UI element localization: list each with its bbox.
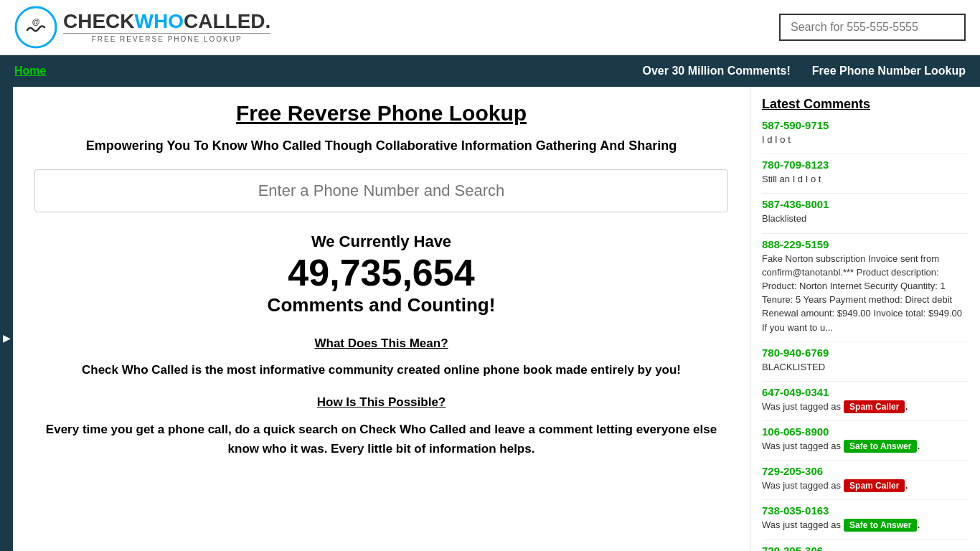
comment-entry: 729-205-306Was just tagged asSafe to Ans… — [762, 545, 969, 551]
comment-text: Was just tagged as — [762, 480, 841, 491]
svg-point-0 — [16, 7, 56, 47]
logo-sub: FREE REVERSE PHONE LOOKUP — [63, 33, 270, 43]
logo-text-area: CHECKWHOCALLED. FREE REVERSE PHONE LOOKU… — [63, 11, 270, 43]
tagline: Empowering You To Know Who Called Though… — [34, 137, 728, 155]
comment-entry: 587-436-8001Blacklisted — [762, 198, 969, 225]
comment-phone[interactable]: 729-205-306 — [762, 545, 969, 551]
comment-text: Was just tagged as — [762, 441, 841, 451]
comment-divider — [762, 193, 969, 194]
svg-text:@: @ — [32, 17, 40, 26]
comment-text: I d I o t — [762, 134, 791, 145]
comment-entry: 729-205-306Was just tagged asSpam Caller… — [762, 465, 969, 492]
comment-phone[interactable]: 647-049-0341 — [762, 386, 969, 398]
header: @ CHECKWHOCALLED. FREE REVERSE PHONE LOO… — [0, 0, 980, 55]
main-layout: ▶ Free Reverse Phone Lookup Empowering Y… — [0, 87, 980, 551]
what-does-link[interactable]: What Does This Mean? — [34, 336, 728, 351]
latest-comments-title: Latest Comments — [762, 97, 969, 112]
comment-text: Still an I d I o t — [762, 174, 821, 184]
left-arrow[interactable]: ▶ — [0, 87, 13, 551]
logo-who: WHO — [135, 10, 184, 32]
comment-text: Fake Norton subscription Invoice sent fr… — [762, 253, 962, 333]
nav-right: Over 30 Million Comments! Free Phone Num… — [642, 65, 966, 77]
comment-entry: 587-590-9715I d I o t — [762, 119, 969, 146]
logo-called: CALLED. — [184, 10, 270, 32]
comment-entry: 647-049-0341Was just tagged asSpam Calle… — [762, 386, 969, 413]
nav-comments[interactable]: Over 30 Million Comments! — [642, 65, 790, 77]
comment-entry: 888-229-5159Fake Norton subscription Inv… — [762, 238, 969, 334]
count-number: 49,735,654 — [34, 254, 728, 291]
count-suffix: Comments and Counting! — [34, 294, 728, 316]
logo-check: CHECK — [63, 10, 135, 32]
comment-divider — [762, 154, 969, 154]
comment-text: BLACKLISTED — [762, 362, 825, 372]
comment-text: Was just tagged as — [762, 401, 841, 412]
comment-phone[interactable]: 888-229-5159 — [762, 238, 969, 250]
logo-icon: @ — [14, 6, 57, 49]
spam-caller-badge: Spam Caller — [844, 479, 905, 492]
nav-lookup[interactable]: Free Phone Number Lookup — [812, 65, 966, 77]
comment-entry: 106-065-8900Was just tagged asSafe to An… — [762, 425, 969, 453]
safe-to-answer-badge: Safe to Answer — [844, 519, 917, 532]
phone-search-input[interactable] — [50, 182, 713, 200]
comment-divider — [762, 540, 969, 540]
comments-list: 587-590-9715I d I o t780-709-8123Still a… — [762, 119, 969, 551]
safe-to-answer-badge: Safe to Answer — [844, 440, 917, 453]
how-possible-link[interactable]: How Is This Possible? — [34, 395, 728, 410]
comment-entry: 780-709-8123Still an I d I o t — [762, 159, 969, 186]
desc2: Every time you get a phone call, do a qu… — [34, 420, 728, 458]
comment-divider — [762, 233, 969, 234]
nav-home[interactable]: Home — [14, 65, 46, 77]
navbar: Home Over 30 Million Comments! Free Phon… — [0, 55, 980, 87]
comment-entry: 738-035-0163Was just tagged asSafe to An… — [762, 504, 969, 532]
comment-divider — [762, 460, 969, 461]
comment-phone[interactable]: 587-590-9715 — [762, 119, 969, 131]
comment-phone[interactable]: 738-035-0163 — [762, 504, 969, 517]
center-content: Free Reverse Phone Lookup Empowering You… — [13, 87, 750, 551]
comment-text: Was just tagged as — [762, 519, 841, 530]
comment-divider — [762, 342, 969, 342]
comment-text: Blacklisted — [762, 213, 806, 224]
comment-phone[interactable]: 587-436-8001 — [762, 198, 969, 210]
logo-area: @ CHECKWHOCALLED. FREE REVERSE PHONE LOO… — [14, 6, 270, 49]
spam-caller-badge: Spam Caller — [844, 400, 905, 413]
comment-phone[interactable]: 729-205-306 — [762, 465, 969, 477]
right-sidebar: Latest Comments 587-590-9715I d I o t780… — [750, 87, 980, 551]
comment-divider — [762, 381, 969, 382]
page-title: Free Reverse Phone Lookup — [34, 101, 728, 126]
comment-divider — [762, 499, 969, 500]
phone-search-box[interactable] — [34, 169, 728, 212]
comment-phone[interactable]: 106-065-8900 — [762, 425, 969, 438]
comment-divider — [762, 420, 969, 421]
logo-main: CHECKWHOCALLED. — [63, 11, 270, 32]
comment-entry: 780-940-6769BLACKLISTED — [762, 347, 969, 374]
search-input[interactable] — [779, 14, 966, 41]
desc1: Check Who Called is the most informative… — [34, 361, 728, 380]
comment-phone[interactable]: 780-709-8123 — [762, 159, 969, 171]
count-label: We Currently Have — [34, 232, 728, 251]
comment-phone[interactable]: 780-940-6769 — [762, 347, 969, 359]
